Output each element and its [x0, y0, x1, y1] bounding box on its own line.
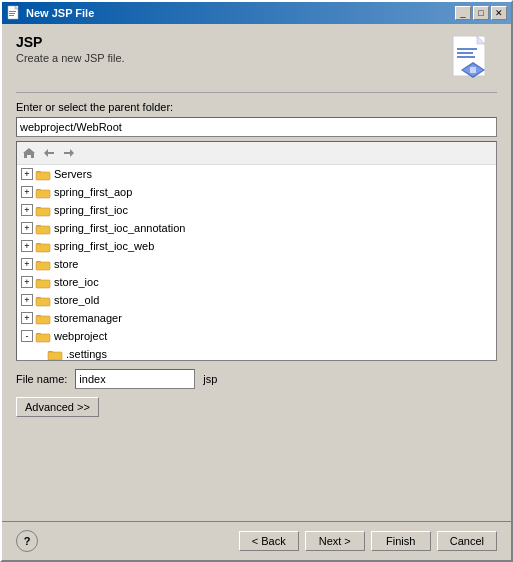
- folder-icon: [35, 276, 51, 289]
- tree-item-webproject[interactable]: -webproject: [17, 327, 496, 345]
- expand-icon[interactable]: +: [21, 312, 33, 324]
- folder-icon: [35, 186, 51, 199]
- tree-item-storemanager[interactable]: +storemanager: [17, 309, 496, 327]
- folder-icon: [35, 168, 51, 181]
- svg-rect-7: [457, 48, 477, 50]
- help-button[interactable]: ?: [16, 530, 38, 552]
- tree-item-label: spring_first_ioc: [54, 204, 128, 216]
- tree-item-label: .settings: [66, 348, 107, 360]
- expand-icon[interactable]: +: [21, 204, 33, 216]
- advanced-button[interactable]: Advanced >>: [16, 397, 99, 417]
- folder-icon: [35, 258, 51, 271]
- svg-rect-19: [36, 190, 50, 198]
- nav-buttons: < Back Next > Finish Cancel: [239, 531, 497, 551]
- svg-rect-31: [36, 298, 50, 306]
- svg-rect-35: [36, 334, 50, 342]
- svg-rect-37: [48, 352, 62, 360]
- tree-scroll[interactable]: +Servers+spring_first_aop+spring_first_i…: [17, 165, 496, 360]
- tree-item-label: spring_first_ioc_annotation: [54, 222, 185, 234]
- page-subtitle: Create a new JSP file.: [16, 52, 125, 64]
- filename-input[interactable]: [75, 369, 195, 389]
- filename-label: File name:: [16, 373, 67, 385]
- svg-rect-3: [9, 13, 15, 14]
- back-button[interactable]: < Back: [239, 531, 299, 551]
- folder-icon: [35, 240, 51, 253]
- tree-item-spring_first_ioc_web[interactable]: +spring_first_ioc_web: [17, 237, 496, 255]
- expand-icon[interactable]: +: [21, 186, 33, 198]
- forward-nav-button[interactable]: [60, 144, 78, 162]
- folder-icon: [47, 348, 63, 361]
- filename-row: File name: jsp: [16, 369, 497, 389]
- close-button[interactable]: ✕: [491, 6, 507, 20]
- collapse-icon[interactable]: -: [21, 330, 33, 342]
- minimize-button[interactable]: _: [455, 6, 471, 20]
- svg-rect-27: [36, 262, 50, 270]
- svg-rect-17: [36, 172, 50, 180]
- title-bar-left: New JSP File: [6, 5, 94, 21]
- tree-item-label: spring_first_aop: [54, 186, 132, 198]
- back-nav-button[interactable]: [40, 144, 58, 162]
- folder-icon: [35, 204, 51, 217]
- filename-extension: jsp: [203, 373, 217, 385]
- folder-icon: [35, 222, 51, 235]
- folder-icon: [35, 312, 51, 325]
- divider: [16, 92, 497, 93]
- expand-icon[interactable]: +: [21, 168, 33, 180]
- tree-item-spring_first_ioc[interactable]: +spring_first_ioc: [17, 201, 496, 219]
- folder-icon: [35, 294, 51, 307]
- tree-toolbar: [17, 142, 496, 165]
- svg-rect-4: [9, 15, 14, 16]
- tree-item-store[interactable]: +store: [17, 255, 496, 273]
- header-icon: [449, 34, 497, 82]
- tree-item-store_ioc[interactable]: +store_ioc: [17, 273, 496, 291]
- tree-item-label: store_old: [54, 294, 99, 306]
- tree-item-label: storemanager: [54, 312, 122, 324]
- svg-rect-8: [457, 52, 473, 54]
- jsp-file-icon: [6, 5, 22, 21]
- expand-icon[interactable]: +: [21, 258, 33, 270]
- svg-rect-25: [36, 244, 50, 252]
- tree-container: +Servers+spring_first_aop+spring_first_i…: [16, 141, 497, 361]
- tree-item-spring_first_ioc_annotation[interactable]: +spring_first_ioc_annotation: [17, 219, 496, 237]
- finish-button[interactable]: Finish: [371, 531, 431, 551]
- expand-icon[interactable]: +: [21, 276, 33, 288]
- folder-path-input[interactable]: [16, 117, 497, 137]
- svg-rect-23: [36, 226, 50, 234]
- tree-item-label: store: [54, 258, 78, 270]
- tree-item-settings[interactable]: .settings: [17, 345, 496, 360]
- svg-marker-13: [23, 148, 35, 158]
- bottom-bar: ? < Back Next > Finish Cancel: [2, 521, 511, 560]
- tree-item-store_old[interactable]: +store_old: [17, 291, 496, 309]
- svg-rect-21: [36, 208, 50, 216]
- svg-rect-9: [457, 56, 475, 58]
- tree-item-label: webproject: [54, 330, 107, 342]
- home-button[interactable]: [20, 144, 38, 162]
- tree-item-spring_first_aop[interactable]: +spring_first_aop: [17, 183, 496, 201]
- svg-rect-33: [36, 316, 50, 324]
- folder-icon: [35, 330, 51, 343]
- svg-rect-2: [9, 11, 16, 12]
- svg-marker-14: [44, 149, 54, 157]
- header-text: JSP Create a new JSP file.: [16, 34, 125, 64]
- header-section: JSP Create a new JSP file.: [16, 34, 497, 82]
- tree-item-label: spring_first_ioc_web: [54, 240, 154, 252]
- title-text: New JSP File: [26, 7, 94, 19]
- svg-rect-12: [470, 67, 476, 73]
- window: New JSP File _ □ ✕ JSP Create a new JSP …: [0, 0, 513, 562]
- tree-item-label: Servers: [54, 168, 92, 180]
- tree-item-servers[interactable]: +Servers: [17, 165, 496, 183]
- expand-icon[interactable]: +: [21, 222, 33, 234]
- expand-icon[interactable]: +: [21, 240, 33, 252]
- svg-rect-29: [36, 280, 50, 288]
- svg-marker-15: [64, 149, 74, 157]
- tree-item-label: store_ioc: [54, 276, 99, 288]
- page-title: JSP: [16, 34, 125, 50]
- cancel-button[interactable]: Cancel: [437, 531, 497, 551]
- maximize-button[interactable]: □: [473, 6, 489, 20]
- next-button[interactable]: Next >: [305, 531, 365, 551]
- folder-label: Enter or select the parent folder:: [16, 101, 497, 113]
- main-content: JSP Create a new JSP file. Enter: [2, 24, 511, 521]
- expand-icon[interactable]: +: [21, 294, 33, 306]
- title-bar: New JSP File _ □ ✕: [2, 2, 511, 24]
- title-buttons: _ □ ✕: [455, 6, 507, 20]
